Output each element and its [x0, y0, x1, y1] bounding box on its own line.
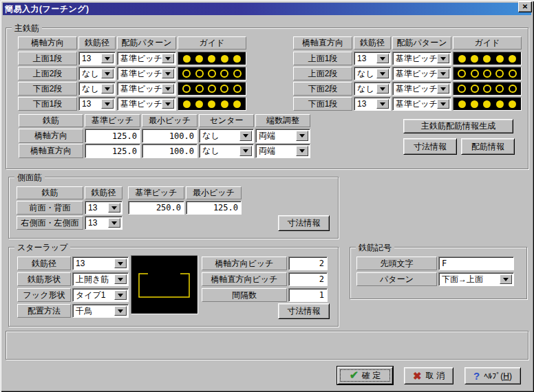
rebar-dia-combo[interactable]: なし: [354, 82, 391, 96]
pattern-combo[interactable]: 基準ピッチ: [392, 52, 451, 65]
stirrup-dia-combo[interactable]: 13: [72, 257, 129, 270]
dimension-info-button[interactable]: 寸法情報: [278, 303, 330, 319]
symbol-pattern-combo[interactable]: 下面→上面: [438, 272, 514, 286]
placement-method-combo[interactable]: 千鳥: [72, 304, 129, 318]
table-row: 上面2段 なし 基準ピッチ: [18, 67, 246, 80]
dimension-info-button[interactable]: 寸法情報: [403, 138, 457, 155]
chevron-down-icon[interactable]: [296, 146, 308, 156]
chevron-down-icon[interactable]: [162, 99, 174, 109]
ok-button[interactable]: ✔ 確 定: [337, 367, 393, 384]
chevron-down-icon[interactable]: [162, 69, 174, 78]
chevron-down-icon[interactable]: [296, 131, 308, 141]
combo-value: 基準ピッチ: [393, 67, 437, 80]
pattern-combo[interactable]: 基準ピッチ: [392, 82, 451, 96]
chevron-down-icon[interactable]: [437, 69, 449, 78]
chevron-down-icon[interactable]: [500, 274, 512, 284]
side-header-rebar: 鉄筋: [17, 186, 83, 199]
center-combo[interactable]: なし: [199, 129, 254, 143]
table-row: 右側面・左側面 13: [17, 216, 122, 230]
chevron-down-icon[interactable]: [376, 69, 389, 78]
rebar-dia-combo[interactable]: 13: [354, 97, 391, 111]
row-label: 橋軸方向: [19, 129, 83, 143]
chevron-down-icon[interactable]: [101, 84, 114, 94]
edge-adjust-combo[interactable]: 両端: [255, 129, 310, 143]
arrangement-info-button[interactable]: 配筋情報: [461, 138, 515, 155]
chevron-down-icon[interactable]: [114, 259, 127, 268]
rebar-dia-combo[interactable]: 13: [85, 201, 122, 215]
rebar-dot-icon: [233, 100, 241, 108]
base-pitch-input[interactable]: [85, 129, 140, 143]
min-pitch-input[interactable]: [186, 201, 242, 215]
cancel-button[interactable]: ✖ 取 消: [404, 367, 453, 384]
stirrup-shape-combo[interactable]: 上開き筋: [72, 272, 129, 286]
rebar-dot-icon: [495, 69, 504, 78]
dialog-simple-input-footing: 簡易入力(フーチング) ✕ 主鉄筋 橋軸方向 鉄筋径 配筋パターン ガイド 上面…: [0, 0, 534, 392]
col-header-axis-dir: 橋軸方向: [18, 36, 77, 50]
row-label: 先頭文字: [356, 257, 437, 270]
guide-panel: [453, 97, 522, 111]
chevron-down-icon[interactable]: [437, 54, 449, 63]
chevron-down-icon[interactable]: [437, 84, 449, 94]
row-label: 橋軸直方向ピッチ: [202, 272, 287, 286]
row-label: 上面1段: [18, 52, 77, 65]
dimension-info-button[interactable]: 寸法情報: [278, 215, 330, 231]
chevron-down-icon[interactable]: [162, 84, 174, 94]
table-row: 橋軸方向 なし 両端: [19, 129, 310, 143]
perp-pitch-input[interactable]: [288, 272, 328, 286]
min-pitch-input[interactable]: [142, 129, 197, 143]
titlebar[interactable]: 簡易入力(フーチング): [3, 3, 531, 15]
prefix-char-input[interactable]: [438, 257, 514, 270]
pattern-combo[interactable]: 基準ピッチ: [117, 82, 176, 96]
base-pitch-input[interactable]: [128, 201, 184, 215]
rebar-dia-combo[interactable]: 13: [354, 52, 391, 65]
close-button[interactable]: ✕: [518, 1, 532, 12]
col-header-pattern: 配筋パターン: [392, 36, 451, 50]
pattern-combo[interactable]: 基準ピッチ: [117, 52, 176, 65]
rebar-dot-icon: [471, 55, 478, 63]
combo-value: 13: [73, 257, 114, 270]
chevron-down-icon[interactable]: [376, 99, 389, 109]
chevron-down-icon[interactable]: [108, 218, 120, 228]
chevron-down-icon[interactable]: [114, 306, 127, 316]
chevron-down-icon[interactable]: [108, 203, 120, 213]
col-header-pattern: 配筋パターン: [117, 36, 176, 50]
chevron-down-icon[interactable]: [101, 54, 114, 63]
rebar-dia-combo[interactable]: なし: [354, 67, 391, 80]
pattern-combo[interactable]: 基準ピッチ: [117, 67, 176, 80]
rebar-dia-combo[interactable]: 13: [78, 97, 116, 111]
chevron-down-icon[interactable]: [162, 54, 174, 63]
help-button[interactable]: ? ﾍﾙﾌﾟ(H): [464, 367, 521, 384]
chevron-down-icon[interactable]: [239, 131, 252, 141]
axis-pitch-input[interactable]: [288, 257, 328, 270]
row-label: 橋軸直方向: [19, 144, 83, 158]
chevron-down-icon[interactable]: [114, 290, 127, 300]
pattern-combo[interactable]: 基準ピッチ: [117, 97, 176, 111]
center-combo[interactable]: なし: [199, 144, 254, 158]
edge-adjust-combo[interactable]: 両端: [255, 144, 310, 158]
base-pitch-input[interactable]: [85, 144, 140, 158]
interval-count-input[interactable]: [288, 288, 328, 302]
hook-shape-combo[interactable]: タイプ1: [72, 288, 129, 302]
rebar-dia-combo[interactable]: なし: [78, 82, 116, 96]
side-header-dia: 鉄筋径: [85, 186, 122, 199]
generate-main-rebar-button[interactable]: 主鉄筋配筋情報生成: [403, 119, 513, 133]
rebar-dia-combo[interactable]: なし: [78, 67, 116, 80]
chevron-down-icon[interactable]: [101, 99, 114, 109]
min-pitch-input[interactable]: [142, 144, 197, 158]
chevron-down-icon[interactable]: [101, 69, 114, 78]
row-label: 上面1段: [293, 52, 352, 65]
rebar-dia-combo[interactable]: 13: [78, 52, 116, 65]
chevron-down-icon[interactable]: [376, 54, 389, 63]
chevron-down-icon[interactable]: [437, 99, 449, 109]
combo-value: タイプ1: [73, 289, 114, 301]
pattern-combo[interactable]: 基準ピッチ: [392, 67, 451, 80]
chevron-down-icon[interactable]: [376, 84, 389, 94]
rebar-dia-combo[interactable]: 13: [85, 216, 122, 230]
pattern-combo[interactable]: 基準ピッチ: [392, 97, 451, 111]
chevron-down-icon[interactable]: [114, 274, 127, 284]
rebar-dot-icon: [183, 55, 191, 63]
chevron-down-icon[interactable]: [239, 146, 252, 156]
combo-value: 基準ピッチ: [393, 83, 437, 95]
rebar-dot-icon: [195, 69, 204, 78]
combo-value: 13: [85, 202, 108, 214]
